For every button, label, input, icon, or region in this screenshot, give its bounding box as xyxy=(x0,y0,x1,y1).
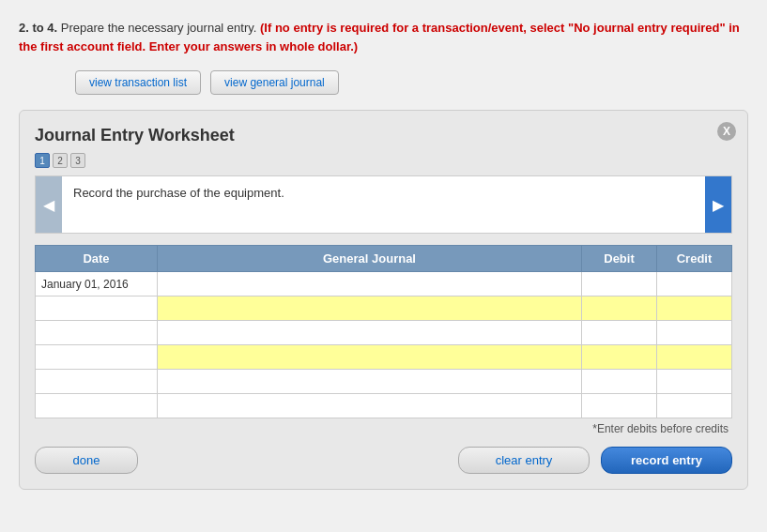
cell-debit-0[interactable] xyxy=(582,272,657,296)
view-transaction-list-button[interactable]: view transaction list xyxy=(75,70,201,95)
page-indicator-1[interactable]: 1 xyxy=(35,153,50,168)
cell-debit-4[interactable] xyxy=(582,370,657,394)
cell-date-4[interactable] xyxy=(36,370,158,394)
col-header-journal: General Journal xyxy=(158,246,582,272)
cell-credit-4[interactable] xyxy=(657,370,732,394)
view-general-journal-button[interactable]: view general journal xyxy=(210,70,339,95)
page-indicator-2[interactable]: 2 xyxy=(53,153,68,168)
table-row xyxy=(36,394,732,418)
page-indicator-3[interactable]: 3 xyxy=(70,153,85,168)
nav-left-button[interactable]: ◀ xyxy=(36,176,62,233)
step-label: 2. to 4. xyxy=(19,21,57,35)
main-instruction: Prepare the necessary journal entry. xyxy=(61,21,257,35)
close-button[interactable]: X xyxy=(717,122,736,141)
cell-journal-2[interactable] xyxy=(158,321,582,345)
worksheet-title: Journal Entry Worksheet xyxy=(35,126,732,145)
col-header-date: Date xyxy=(36,246,158,272)
cell-debit-2[interactable] xyxy=(582,321,657,345)
col-header-debit: Debit xyxy=(582,246,657,272)
cell-journal-5[interactable] xyxy=(158,394,582,418)
bottom-buttons: done clear entry record entry xyxy=(35,447,732,474)
top-buttons-container: view transaction list view general journ… xyxy=(75,70,748,95)
record-entry-button[interactable]: record entry xyxy=(601,447,732,474)
table-row xyxy=(36,321,732,345)
table-row: January 01, 2016 xyxy=(36,272,732,296)
description-area: ◀ Record the purchase of the equipment. … xyxy=(35,175,732,234)
clear-entry-button[interactable]: clear entry xyxy=(458,447,590,474)
cell-date-1[interactable] xyxy=(36,296,158,321)
done-button[interactable]: done xyxy=(35,447,138,474)
enter-note: *Enter debits before credits xyxy=(35,422,732,435)
cell-credit-1[interactable] xyxy=(657,296,732,321)
table-row xyxy=(36,296,732,321)
cell-date-3[interactable] xyxy=(36,345,158,370)
cell-journal-4[interactable] xyxy=(158,370,582,394)
table-row xyxy=(36,345,732,370)
cell-debit-1[interactable] xyxy=(582,296,657,321)
cell-debit-3[interactable] xyxy=(582,345,657,370)
table-row xyxy=(36,370,732,394)
cell-credit-2[interactable] xyxy=(657,321,732,345)
page-indicators: 1 2 3 xyxy=(35,153,732,168)
cell-credit-3[interactable] xyxy=(657,345,732,370)
cell-credit-5[interactable] xyxy=(657,394,732,418)
cell-journal-1[interactable] xyxy=(158,296,582,321)
cell-journal-3[interactable] xyxy=(158,345,582,370)
cell-journal-0[interactable] xyxy=(158,272,582,296)
cell-credit-0[interactable] xyxy=(657,272,732,296)
description-text: Record the purchase of the equipment. xyxy=(62,176,705,233)
cell-date-0: January 01, 2016 xyxy=(36,272,158,296)
col-header-credit: Credit xyxy=(657,246,732,272)
nav-right-button[interactable]: ▶ xyxy=(705,176,731,233)
instructions: 2. to 4. Prepare the necessary journal e… xyxy=(19,19,748,55)
cell-date-5[interactable] xyxy=(36,394,158,418)
cell-date-2[interactable] xyxy=(36,321,158,345)
worksheet-container: Journal Entry Worksheet X 1 2 3 ◀ Record… xyxy=(19,110,748,490)
cell-debit-5[interactable] xyxy=(582,394,657,418)
journal-table: Date General Journal Debit Credit Januar… xyxy=(35,245,732,418)
